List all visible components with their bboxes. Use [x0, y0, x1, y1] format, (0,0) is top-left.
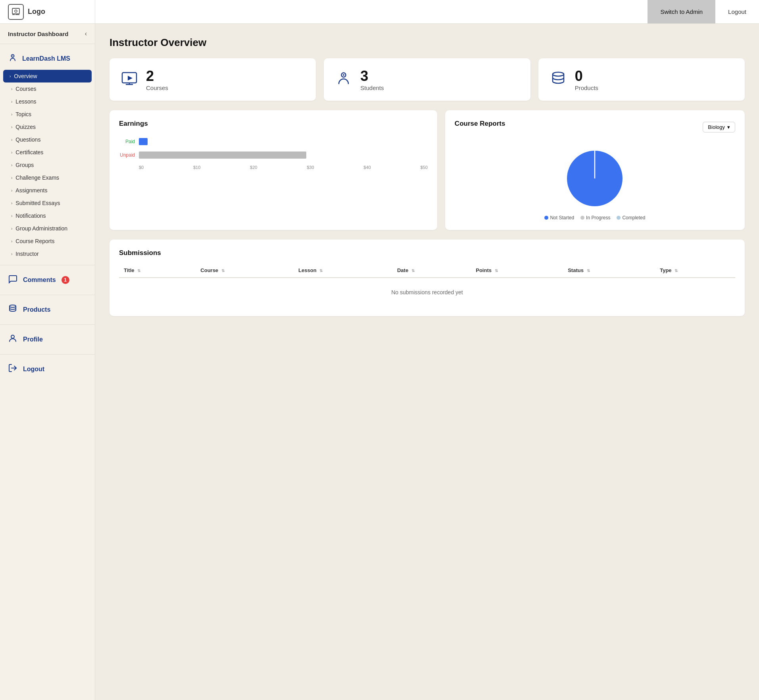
- col-date: Date ⇅: [392, 263, 471, 278]
- logout-bottom-label: Logout: [23, 366, 44, 373]
- sort-type-icon[interactable]: ⇅: [674, 268, 678, 273]
- sort-course-icon[interactable]: ⇅: [221, 268, 225, 273]
- courses-stat-info: 2 Courses: [146, 68, 168, 91]
- submissions-table-wrapper: Title ⇅ Course ⇅ Lesson ⇅ Date ⇅ Points …: [119, 263, 735, 307]
- sidebar-item-challenge-exams[interactable]: › Challenge Exams: [0, 171, 95, 184]
- sidebar-item-notifications-label: Notifications: [15, 213, 46, 219]
- reports-header: Course Reports Biology ▾: [455, 120, 735, 134]
- axis-20: $20: [250, 165, 257, 170]
- arrow-notifications: ›: [11, 214, 12, 218]
- sidebar-item-assignments-label: Assignments: [15, 187, 47, 194]
- products-stat-info: 0 Products: [575, 68, 598, 91]
- sidebar-item-groups[interactable]: › Groups: [0, 159, 95, 171]
- sidebar-item-quizzes-label: Quizzes: [15, 124, 36, 130]
- sidebar-section-learndash-header[interactable]: LearnDash LMS: [0, 47, 95, 70]
- sort-points-icon[interactable]: ⇅: [495, 268, 498, 273]
- arrow-overview: ›: [10, 74, 11, 79]
- profile-icon: [8, 334, 17, 345]
- sidebar-item-overview[interactable]: › Overview: [3, 70, 92, 82]
- legend-in-progress: In Progress: [580, 215, 610, 221]
- sidebar-item-submitted-essays-label: Submitted Essays: [15, 200, 60, 206]
- course-reports-panel: Course Reports Biology ▾: [445, 110, 745, 230]
- col-points: Points ⇅: [471, 263, 563, 278]
- logout-button[interactable]: Logout: [715, 0, 759, 23]
- sidebar-item-products[interactable]: Products: [0, 297, 95, 323]
- legend-completed-label: Completed: [622, 215, 645, 221]
- axis-30: $30: [307, 165, 314, 170]
- logo-text: Logo: [28, 8, 45, 16]
- sidebar: Instructor Dashboard ‹ LearnDash LMS › O…: [0, 24, 95, 700]
- dropdown-value: Biology: [708, 124, 725, 130]
- students-stat-info: 3 Students: [360, 68, 384, 91]
- products-stat-value: 0: [575, 68, 598, 84]
- page-title: Instructor Overview: [110, 36, 745, 49]
- pie-chart-container: Not Started In Progress Completed: [455, 139, 735, 221]
- comments-badge: 1: [61, 276, 69, 284]
- sidebar-item-courses[interactable]: › Courses: [0, 82, 95, 95]
- sidebar-item-course-reports[interactable]: › Course Reports: [0, 235, 95, 247]
- arrow-topics: ›: [11, 112, 12, 117]
- dot-in-progress: [580, 216, 584, 220]
- unpaid-bar: [139, 152, 306, 159]
- chevron-down-icon: ▾: [727, 124, 730, 130]
- legend-not-started: Not Started: [544, 215, 574, 221]
- svg-point-7: [11, 335, 14, 338]
- sidebar-item-group-administration[interactable]: › Group Administration: [0, 222, 95, 235]
- sidebar-header: Instructor Dashboard ‹: [0, 24, 95, 44]
- svg-marker-10: [128, 76, 133, 81]
- sidebar-divider-4: [0, 354, 95, 355]
- sidebar-item-instructor[interactable]: › Instructor: [0, 247, 95, 260]
- unpaid-label: Unpaid: [119, 152, 135, 158]
- sidebar-item-logout[interactable]: Logout: [0, 356, 95, 382]
- sidebar-item-groups-label: Groups: [15, 162, 34, 168]
- students-stat-value: 3: [360, 68, 384, 84]
- arrow-quizzes: ›: [11, 125, 12, 129]
- svg-point-6: [10, 305, 16, 307]
- earnings-title: Earnings: [119, 120, 428, 128]
- sidebar-item-topics[interactable]: › Topics: [0, 108, 95, 121]
- svg-point-15: [553, 72, 564, 76]
- sidebar-item-lessons[interactable]: › Lessons: [0, 95, 95, 108]
- submissions-tbody: No submissions recorded yet: [119, 278, 735, 307]
- students-stat-icon: [335, 69, 352, 90]
- comments-label: Comments: [23, 276, 56, 284]
- logout-icon: [8, 363, 17, 375]
- sidebar-item-topics-label: Topics: [15, 111, 31, 117]
- sidebar-item-challenge-exams-label: Challenge Exams: [15, 175, 59, 181]
- products-label: Products: [23, 306, 50, 313]
- chart-row-paid: Paid: [119, 138, 428, 145]
- sort-lesson-icon[interactable]: ⇅: [319, 268, 323, 273]
- sidebar-item-assignments[interactable]: › Assignments: [0, 184, 95, 197]
- products-stat-label: Products: [575, 84, 598, 91]
- sidebar-item-questions[interactable]: › Questions: [0, 133, 95, 146]
- col-type: Type ⇅: [655, 263, 735, 278]
- switch-to-admin-button[interactable]: Switch to Admin: [648, 0, 715, 23]
- sidebar-item-comments[interactable]: Comments 1: [0, 267, 95, 293]
- logo-icon: [8, 4, 24, 20]
- course-reports-title: Course Reports: [455, 120, 505, 128]
- sidebar-collapse-button[interactable]: ‹: [85, 30, 87, 37]
- sidebar-item-notifications[interactable]: › Notifications: [0, 209, 95, 222]
- arrow-submitted-essays: ›: [11, 201, 12, 205]
- arrow-lessons: ›: [11, 100, 12, 104]
- sidebar-item-questions-label: Questions: [15, 136, 40, 143]
- arrow-challenge-exams: ›: [11, 176, 12, 180]
- stats-row: 2 Courses 3 Students: [110, 58, 745, 101]
- sidebar-item-quizzes[interactable]: › Quizzes: [0, 121, 95, 133]
- arrow-instructor: ›: [11, 252, 12, 256]
- col-lesson: Lesson ⇅: [294, 263, 392, 278]
- pie-chart: [555, 139, 634, 210]
- unpaid-bar-container: [139, 152, 428, 159]
- sidebar-item-certificates[interactable]: › Certificates: [0, 146, 95, 159]
- legend-completed: Completed: [617, 215, 645, 221]
- learndash-label: LearnDash LMS: [22, 55, 70, 62]
- sort-title-icon[interactable]: ⇅: [137, 268, 140, 273]
- sort-date-icon[interactable]: ⇅: [411, 268, 415, 273]
- profile-label: Profile: [23, 336, 43, 343]
- submissions-panel: Submissions Title ⇅ Course ⇅ Lesson ⇅ Da…: [110, 240, 745, 316]
- sort-status-icon[interactable]: ⇅: [587, 268, 590, 273]
- course-reports-dropdown[interactable]: Biology ▾: [703, 122, 735, 132]
- sidebar-item-profile[interactable]: Profile: [0, 326, 95, 353]
- arrow-courses: ›: [11, 87, 12, 91]
- sidebar-item-submitted-essays[interactable]: › Submitted Essays: [0, 197, 95, 209]
